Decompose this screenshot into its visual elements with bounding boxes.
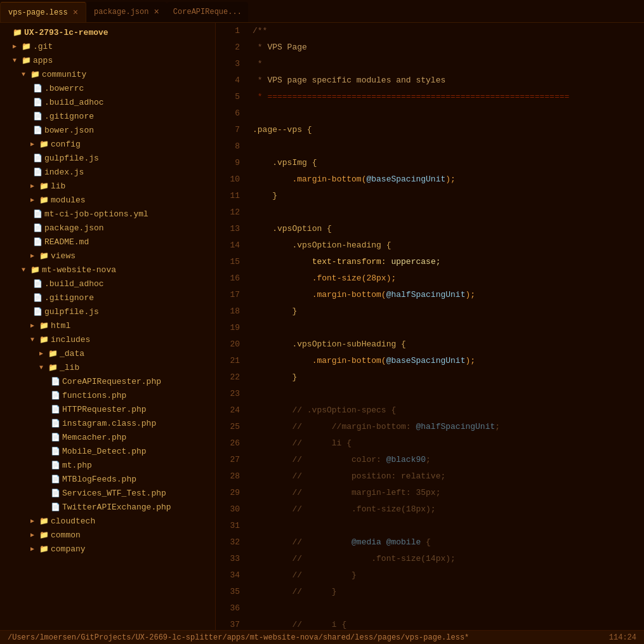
line-21: 21 .margin-bottom(@baseSpacingUnit); xyxy=(216,353,644,369)
tree-item-gulpfile2[interactable]: 📄 gulpfile.js xyxy=(0,305,215,319)
instagram-label: instagram.class.php xyxy=(62,419,156,428)
root-label: UX-2793-lc-remove xyxy=(24,28,108,37)
git-folder-icon: 📁 xyxy=(22,42,33,51)
tree-item-build-adhoc2[interactable]: 📄 .build_adhoc xyxy=(0,277,215,291)
data-label: _data xyxy=(60,349,84,358)
tree-item-bower-json[interactable]: 📄 bower.json xyxy=(0,123,215,137)
mt-ci-icon: 📄 xyxy=(33,209,44,219)
mt-blog-icon: 📄 xyxy=(51,475,62,484)
line-code-14: .vpsOption-heading { xyxy=(247,237,644,254)
functions-label: functions.php xyxy=(62,391,126,400)
tab-package-json[interactable]: package.json × xyxy=(86,2,167,22)
line-25: 25 // //margin-bottom: @halfSpacingUnit; xyxy=(216,419,644,435)
tree-item-gitignore[interactable]: 📄 .gitignore xyxy=(0,109,215,123)
pkg-json-label: package.json xyxy=(44,223,104,233)
line-num-32: 32 xyxy=(216,534,247,551)
line-code-34: // } xyxy=(247,567,644,584)
tab-close-vps[interactable]: × xyxy=(73,8,78,18)
tree-item-index-js[interactable]: 📄 index.js xyxy=(0,165,215,179)
tree-item-readme[interactable]: 📄 README.md xyxy=(0,235,215,249)
line-num-36: 36 xyxy=(216,600,247,617)
tree-item-common[interactable]: ▶ 📁 common xyxy=(0,528,215,542)
tree-item-mobile-detect[interactable]: 📄 Mobile_Detect.php xyxy=(0,444,215,458)
tree-item-functions[interactable]: 📄 functions.php xyxy=(0,388,215,402)
tree-item-mt-blog[interactable]: 📄 MTBlogFeeds.php xyxy=(0,472,215,486)
functions-icon: 📄 xyxy=(51,391,62,400)
line-num-6: 6 xyxy=(216,105,247,122)
line-num-11: 11 xyxy=(216,188,247,204)
tree-item-core-api[interactable]: 📄 CoreAPIRequester.php xyxy=(0,374,215,388)
tree-item-community[interactable]: ▼ 📁 community xyxy=(0,67,215,81)
tab-core-api[interactable]: CoreAPIReque... xyxy=(167,2,248,22)
tree-item-pkg-json[interactable]: 📄 package.json xyxy=(0,221,215,235)
main-area: 📁 UX-2793-lc-remove ▶ 📁 .git ▼ 📁 apps ▼ … xyxy=(0,23,644,630)
tree-item-lib2[interactable]: ▼ 📁 _lib xyxy=(0,360,215,374)
mobile-detect-icon: 📄 xyxy=(51,447,62,456)
line-num-29: 29 xyxy=(216,485,247,501)
tree-item-gulpfile[interactable]: 📄 gulpfile.js xyxy=(0,151,215,165)
line-9: 9 .vpsImg { xyxy=(216,155,644,171)
tree-item-services-wtf[interactable]: 📄 Services_WTF_Test.php xyxy=(0,486,215,500)
lib2-label: _lib xyxy=(60,363,79,372)
tab-close-package[interactable]: × xyxy=(154,7,159,17)
memcacher-icon: 📄 xyxy=(51,433,62,442)
tree-item-mt-website-nova[interactable]: ▼ 📁 mt-website-nova xyxy=(0,263,215,277)
tree-item-views[interactable]: ▶ 📁 views xyxy=(0,249,215,263)
line-12: 12 xyxy=(216,204,644,221)
tree-item-memcacher[interactable]: 📄 Memcacher.php xyxy=(0,430,215,444)
tree-item-html[interactable]: ▶ 📁 html xyxy=(0,319,215,332)
tree-item-lib[interactable]: ▶ 📁 lib xyxy=(0,179,215,193)
line-num-9: 9 xyxy=(216,155,247,171)
includes-folder-icon: 📁 xyxy=(39,335,51,345)
tree-item-bowerrc[interactable]: 📄 .bowerrc xyxy=(0,81,215,95)
tree-item-company[interactable]: ▶ 📁 company xyxy=(0,542,215,556)
tree-root[interactable]: 📁 UX-2793-lc-remove xyxy=(0,25,215,39)
data-folder-icon: 📁 xyxy=(48,349,60,358)
bowerrc-icon: 📄 xyxy=(33,84,44,93)
common-folder-icon: 📁 xyxy=(39,530,51,540)
tree-item-mt-ci[interactable]: 📄 mt-ci-job-options.yml xyxy=(0,207,215,221)
line-35: 35 // } xyxy=(216,584,644,600)
tree-item-gitignore2[interactable]: 📄 .gitignore xyxy=(0,291,215,305)
tree-item-git[interactable]: ▶ 📁 .git xyxy=(0,39,215,53)
tree-item-cloudtech[interactable]: ▶ 📁 cloudtech xyxy=(0,514,215,528)
git-arrow: ▶ xyxy=(13,43,22,50)
tree-item-apps[interactable]: ▼ 📁 apps xyxy=(0,53,215,67)
includes-label: includes xyxy=(51,335,90,345)
config-label: config xyxy=(51,140,81,149)
line-code-22: } xyxy=(247,369,644,386)
line-code-17: .margin-bottom(@halfSpacingUnit); xyxy=(247,287,644,303)
lib-label: lib xyxy=(51,181,65,191)
tree-item-data[interactable]: ▶ 📁 _data xyxy=(0,346,215,360)
tree-item-twitter[interactable]: 📄 TwitterAPIExchange.php xyxy=(0,500,215,514)
tree-item-httpreq[interactable]: 📄 HTTPRequester.php xyxy=(0,402,215,416)
tab-vps-page[interactable]: vps-page.less × xyxy=(0,2,86,22)
line-code-3: * xyxy=(247,56,644,72)
line-num-28: 28 xyxy=(216,468,247,485)
mt-nova-label: mt-website-nova xyxy=(42,265,116,275)
line-num-34: 34 xyxy=(216,567,247,584)
line-num-7: 7 xyxy=(216,122,247,138)
tree-item-config[interactable]: ▶ 📁 config xyxy=(0,137,215,151)
readme-label: README.md xyxy=(44,237,89,247)
line-code-32: // @media @mobile { xyxy=(247,534,644,551)
line-20: 20 .vpsOption-subHeading { xyxy=(216,336,644,353)
tree-item-build-adhoc[interactable]: 📄 .build_adhoc xyxy=(0,95,215,109)
line-13: 13 .vpsOption { xyxy=(216,221,644,237)
httpreq-icon: 📄 xyxy=(51,405,62,414)
line-num-5: 5 xyxy=(216,89,247,105)
line-code-9: .vpsImg { xyxy=(247,155,644,171)
apps-arrow: ▼ xyxy=(13,57,22,64)
bower-json-label: bower.json xyxy=(44,126,94,135)
code-editor[interactable]: 1 /** 2 * VPS Page 3 * 4 * VPS page spec… xyxy=(216,23,644,630)
line-num-18: 18 xyxy=(216,303,247,320)
line-5: 5 * ====================================… xyxy=(216,89,644,105)
core-api-icon: 📄 xyxy=(51,377,62,386)
tree-item-modules[interactable]: ▶ 📁 modules xyxy=(0,193,215,207)
tree-item-includes[interactable]: ▼ 📁 includes xyxy=(0,332,215,346)
lib-arrow: ▶ xyxy=(30,182,39,190)
httpreq-label: HTTPRequester.php xyxy=(62,405,147,414)
tree-item-instagram[interactable]: 📄 instagram.class.php xyxy=(0,416,215,430)
line-11: 11 } xyxy=(216,188,644,204)
tree-item-mt-php[interactable]: 📄 mt.php xyxy=(0,458,215,472)
